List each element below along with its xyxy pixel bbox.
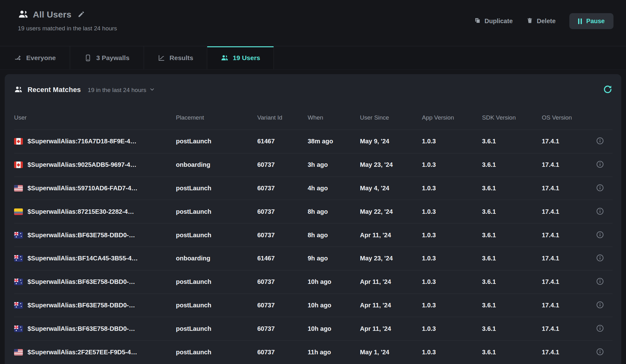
user-since-cell: May 22, '24 bbox=[360, 208, 422, 215]
page-header: All Users 19 users matched in the last 2… bbox=[0, 0, 626, 46]
recent-matches-panel: Recent Matches 19 in the last 24 hours U… bbox=[5, 74, 621, 364]
column-header-sdk-version: SDK Version bbox=[482, 114, 542, 121]
row-info-button[interactable] bbox=[596, 137, 604, 146]
os-version-cell: 17.4.1 bbox=[542, 302, 588, 309]
user-since-cell: Apr 11, '24 bbox=[360, 232, 422, 239]
column-header-when: When bbox=[308, 114, 360, 121]
user-cell: $SuperwallAlias:BF14CA45-3B55-4… bbox=[14, 255, 176, 262]
variant-id-cell: 60737 bbox=[257, 232, 308, 239]
pause-label: Pause bbox=[586, 18, 605, 25]
pause-button[interactable]: Pause bbox=[569, 13, 613, 29]
row-info-button[interactable] bbox=[596, 301, 604, 310]
app-version-cell: 1.0.3 bbox=[422, 161, 482, 168]
row-info-button[interactable] bbox=[596, 348, 604, 357]
user-alias: $SuperwallAlias:716A7D18-8F9E-4… bbox=[28, 138, 136, 145]
delete-button[interactable]: Delete bbox=[526, 17, 556, 25]
app-version-cell: 1.0.3 bbox=[422, 255, 482, 262]
placement-cell: postLaunch bbox=[176, 278, 257, 285]
when-cell: 10h ago bbox=[308, 325, 360, 332]
when-cell: 8h ago bbox=[308, 232, 360, 239]
split-arrow-icon bbox=[14, 54, 22, 62]
table-row: $SuperwallAlias:BF63E758-DBD0-… postLaun… bbox=[14, 270, 613, 294]
country-flag-icon bbox=[14, 302, 23, 309]
row-info-button[interactable] bbox=[596, 160, 604, 169]
sdk-version-cell: 3.6.1 bbox=[482, 185, 542, 192]
placement-cell: onboarding bbox=[176, 255, 257, 262]
os-version-cell: 17.4.1 bbox=[542, 325, 588, 332]
duplicate-button[interactable]: Duplicate bbox=[474, 17, 513, 25]
user-since-cell: May 4, '24 bbox=[360, 185, 422, 192]
sdk-version-cell: 3.6.1 bbox=[482, 255, 542, 262]
when-cell: 10h ago bbox=[308, 278, 360, 285]
tab-users[interactable]: 19 Users bbox=[207, 46, 274, 69]
row-info-button[interactable] bbox=[596, 184, 604, 193]
edit-title-button[interactable] bbox=[78, 11, 85, 19]
app-version-cell: 1.0.3 bbox=[422, 232, 482, 239]
pause-icon bbox=[578, 18, 582, 24]
tab-results[interactable]: Results bbox=[144, 46, 207, 69]
sdk-version-cell: 3.6.1 bbox=[482, 138, 542, 145]
sdk-version-cell: 3.6.1 bbox=[482, 208, 542, 215]
row-info-button[interactable] bbox=[596, 324, 604, 333]
app-version-cell: 1.0.3 bbox=[422, 138, 482, 145]
time-range-dropdown[interactable]: 19 in the last 24 hours bbox=[88, 87, 155, 94]
user-since-cell: May 23, '24 bbox=[360, 255, 422, 262]
app-version-cell: 1.0.3 bbox=[422, 349, 482, 356]
row-info-button[interactable] bbox=[596, 231, 604, 240]
row-info-button[interactable] bbox=[596, 277, 604, 286]
app-version-cell: 1.0.3 bbox=[422, 325, 482, 332]
user-alias: $SuperwallAlias:BF63E758-DBD0-… bbox=[28, 278, 135, 285]
info-icon bbox=[596, 184, 604, 193]
tab-everyone[interactable]: Everyone bbox=[0, 46, 70, 69]
refresh-button[interactable] bbox=[603, 85, 613, 95]
country-flag-icon bbox=[14, 185, 23, 192]
user-alias: $SuperwallAlias:BF63E758-DBD0-… bbox=[28, 232, 135, 239]
placement-cell: postLaunch bbox=[176, 302, 257, 309]
column-header-user-since: User Since bbox=[360, 114, 422, 121]
column-header-os-version: OS Version bbox=[542, 114, 588, 121]
when-cell: 9h ago bbox=[308, 255, 360, 262]
country-flag-icon bbox=[14, 208, 23, 215]
sdk-version-cell: 3.6.1 bbox=[482, 349, 542, 356]
user-since-cell: May 9, '24 bbox=[360, 138, 422, 145]
country-flag-icon bbox=[14, 279, 23, 285]
app-version-cell: 1.0.3 bbox=[422, 302, 482, 309]
chart-icon bbox=[158, 54, 165, 62]
user-alias: $SuperwallAlias:BF14CA45-3B55-4… bbox=[28, 255, 138, 262]
os-version-cell: 17.4.1 bbox=[542, 232, 588, 239]
user-cell: $SuperwallAlias:BF63E758-DBD0-… bbox=[14, 302, 176, 309]
table-row: $SuperwallAlias:2F2E57EE-F9D5-4… postLau… bbox=[14, 340, 613, 364]
app-version-cell: 1.0.3 bbox=[422, 278, 482, 285]
sdk-version-cell: 3.6.1 bbox=[482, 325, 542, 332]
row-info-button[interactable] bbox=[596, 207, 604, 216]
row-info-button[interactable] bbox=[596, 254, 604, 263]
user-cell: $SuperwallAlias:716A7D18-8F9E-4… bbox=[14, 138, 176, 145]
os-version-cell: 17.4.1 bbox=[542, 161, 588, 168]
user-cell: $SuperwallAlias:9025ADB5-9697-4… bbox=[14, 161, 176, 168]
os-version-cell: 17.4.1 bbox=[542, 208, 588, 215]
refresh-icon bbox=[603, 85, 613, 95]
chevron-down-icon bbox=[149, 87, 155, 94]
os-version-cell: 17.4.1 bbox=[542, 349, 588, 356]
users-icon bbox=[221, 54, 228, 62]
country-flag-icon bbox=[14, 326, 23, 332]
user-since-cell: Apr 11, '24 bbox=[360, 302, 422, 309]
info-icon bbox=[596, 301, 604, 310]
column-header-placement: Placement bbox=[176, 114, 257, 121]
info-icon bbox=[596, 160, 604, 169]
user-cell: $SuperwallAlias:87215E30-2282-4… bbox=[14, 208, 176, 215]
sdk-version-cell: 3.6.1 bbox=[482, 232, 542, 239]
user-cell: $SuperwallAlias:BF63E758-DBD0-… bbox=[14, 278, 176, 285]
user-alias: $SuperwallAlias:59710AD6-FAD7-4… bbox=[28, 185, 137, 192]
table-row: $SuperwallAlias:9025ADB5-9697-4… onboard… bbox=[14, 153, 613, 177]
campaign-dashboard: All Users 19 users matched in the last 2… bbox=[0, 0, 626, 364]
page-title: All Users bbox=[33, 10, 71, 20]
table-row: $SuperwallAlias:59710AD6-FAD7-4… postLau… bbox=[14, 177, 613, 200]
country-flag-icon bbox=[14, 255, 23, 262]
variant-id-cell: 60737 bbox=[257, 208, 308, 215]
panel-title: Recent Matches bbox=[28, 86, 81, 94]
user-cell: $SuperwallAlias:2F2E57EE-F9D5-4… bbox=[14, 349, 176, 356]
time-range-label: 19 in the last 24 hours bbox=[88, 87, 146, 94]
tab-paywalls[interactable]: 3 Paywalls bbox=[70, 46, 144, 69]
trash-icon bbox=[526, 17, 533, 25]
